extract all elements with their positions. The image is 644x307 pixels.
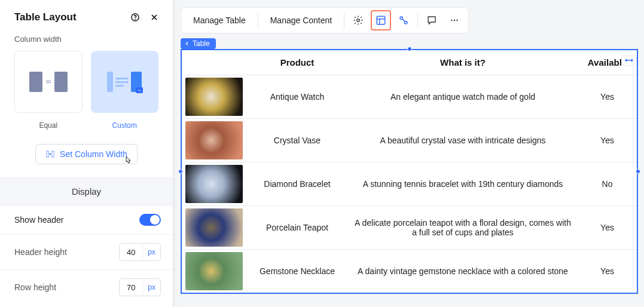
- svg-point-9: [454, 20, 455, 21]
- product-thumbnail: [185, 165, 243, 203]
- animation-icon[interactable]: [393, 10, 414, 30]
- svg-rect-5: [377, 16, 385, 24]
- cell-image: [181, 75, 246, 119]
- table-row[interactable]: Crystal VaseA beautiful crystal vase wit…: [181, 119, 637, 162]
- settings-icon[interactable]: [348, 10, 368, 30]
- panel-title: Table Layout: [14, 11, 77, 23]
- header-height-row: Header height px: [0, 235, 173, 270]
- cell-image: [181, 250, 246, 294]
- more-icon[interactable]: [444, 10, 465, 30]
- cell-desc: A beautiful crystal vase with intricate …: [348, 119, 578, 162]
- floating-toolbar: Manage Table Manage Content: [181, 7, 469, 33]
- row-height-row: Row height px: [0, 270, 173, 305]
- svg-rect-2: [47, 151, 48, 158]
- cell-product: Antique Watch: [246, 75, 348, 119]
- selection-handle-top[interactable]: [407, 47, 412, 51]
- header-height-label: Header height: [14, 247, 67, 257]
- table-header-row: Product What is it? Available: [181, 50, 637, 75]
- close-icon[interactable]: [148, 11, 161, 24]
- col-header-image[interactable]: [181, 50, 246, 75]
- cell-image: [181, 206, 246, 250]
- product-thumbnail: [185, 121, 243, 159]
- cell-desc: A dainty vintage gemstone necklace with …: [348, 250, 578, 294]
- table-layout-panel: Table Layout Column width: [0, 0, 173, 307]
- selection-handle-left[interactable]: [178, 169, 183, 174]
- cell-desc: An elegant antique watch made of gold: [348, 75, 578, 119]
- product-thumbnail: [185, 252, 243, 290]
- display-section-header: Display: [0, 178, 173, 205]
- help-icon[interactable]: [129, 11, 142, 24]
- cell-product: Gemstone Necklace: [246, 250, 348, 294]
- breadcrumb-table[interactable]: Table: [181, 38, 216, 49]
- divider: [258, 12, 258, 29]
- product-thumbnail: [185, 208, 243, 247]
- manage-table-button[interactable]: Manage Table: [185, 8, 254, 33]
- custom-caption: Custom: [91, 121, 159, 130]
- show-header-label: Show header: [14, 215, 64, 225]
- cell-available: Yes: [578, 206, 637, 250]
- product-table: Product What is it? Available Antique Wa…: [181, 49, 638, 294]
- comment-icon[interactable]: [422, 10, 442, 30]
- svg-point-10: [457, 20, 458, 21]
- manage-content-button[interactable]: Manage Content: [262, 8, 341, 33]
- row-height-unit[interactable]: px: [142, 279, 160, 296]
- cell-image: [181, 162, 246, 206]
- divider: [344, 12, 344, 29]
- col-header-desc[interactable]: What is it?: [348, 50, 578, 75]
- cell-available: Yes: [578, 75, 637, 119]
- svg-point-4: [357, 19, 360, 22]
- cell-available: Yes: [578, 119, 637, 162]
- column-width-custom-option[interactable]: [91, 51, 159, 113]
- cell-desc: A delicate porcelain teapot with a flora…: [348, 206, 578, 250]
- product-thumbnail: [185, 78, 243, 116]
- cell-product: Crystal Vase: [246, 119, 348, 162]
- cell-product: Diamond Bracelet: [246, 162, 348, 206]
- cell-product: Porcelain Teapot: [246, 206, 348, 250]
- show-header-row: Show header: [0, 205, 173, 235]
- column-width-equal-option[interactable]: [14, 51, 83, 113]
- chevron-left-icon: [184, 41, 190, 47]
- svg-rect-3: [52, 151, 54, 158]
- panel-header: Table Layout: [0, 0, 173, 35]
- main-canvas: Manage Table Manage Content Table: [173, 0, 644, 307]
- set-column-width-button[interactable]: Set Column Width: [35, 144, 138, 164]
- column-width-icon: [45, 149, 55, 159]
- divider: [417, 12, 418, 29]
- equal-caption: Equal: [14, 121, 83, 130]
- svg-point-1: [135, 19, 136, 20]
- cell-image: [181, 119, 246, 162]
- header-height-input[interactable]: [120, 248, 142, 257]
- cell-available: No: [578, 162, 637, 206]
- layout-icon[interactable]: [371, 10, 391, 30]
- table-row[interactable]: Diamond BraceletA stunning tennis bracel…: [181, 162, 637, 206]
- row-height-label: Row height: [14, 283, 56, 292]
- show-header-toggle[interactable]: [139, 214, 161, 226]
- cell-desc: A stunning tennis bracelet with 19th cen…: [348, 162, 578, 206]
- selection-handle-right[interactable]: [636, 169, 640, 174]
- table-row[interactable]: Porcelain TeapotA delicate porcelain tea…: [181, 206, 637, 250]
- table-row[interactable]: Gemstone NecklaceA dainty vintage gemsto…: [181, 250, 637, 294]
- row-height-input[interactable]: [120, 283, 142, 292]
- table-row[interactable]: Antique WatchAn elegant antique watch ma…: [181, 75, 637, 119]
- svg-point-8: [451, 20, 453, 21]
- column-resize-icon[interactable]: [621, 55, 637, 66]
- cell-available: Yes: [578, 250, 637, 294]
- header-height-unit[interactable]: px: [142, 244, 160, 260]
- col-header-product[interactable]: Product: [246, 50, 348, 75]
- table-selection-frame[interactable]: Product What is it? Available Antique Wa…: [181, 49, 638, 294]
- column-width-label: Column width: [0, 35, 173, 51]
